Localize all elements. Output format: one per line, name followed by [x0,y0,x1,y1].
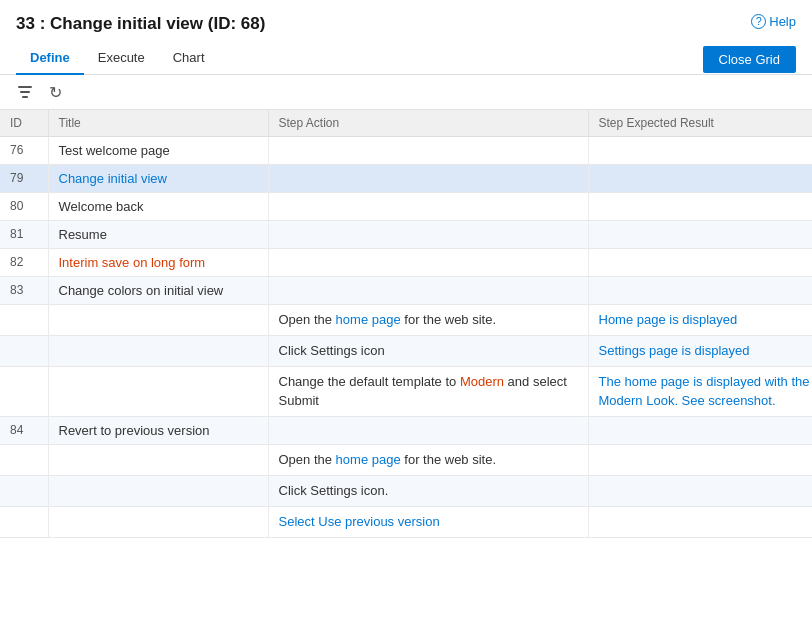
close-grid-button[interactable]: Close Grid [703,46,796,73]
cell-action: Click Settings icon [268,336,588,367]
cell-action [268,249,588,277]
cell-title[interactable]: Interim save on long form [48,249,268,277]
cell-id: 80 [0,193,48,221]
tab-chart[interactable]: Chart [159,44,219,75]
table-row: 82Interim save on long form [0,249,812,277]
tabs-row: Define Execute Chart Close Grid [0,38,812,75]
cell-expected [588,193,812,221]
cell-id: 76 [0,137,48,165]
cell-expected [588,137,812,165]
tab-execute[interactable]: Execute [84,44,159,75]
cell-expected [588,221,812,249]
table-row: Open the home page for the web site. [0,444,812,475]
table-row: 79Change initial view [0,165,812,193]
cell-action [268,193,588,221]
cell-id: 82 [0,249,48,277]
cell-title: Resume [48,221,268,249]
cell-action: Open the home page for the web site. [268,444,588,475]
cell-title [48,367,268,416]
cell-title [48,444,268,475]
svg-rect-2 [22,96,28,98]
table-row: 84Revert to previous version [0,416,812,444]
cell-action: Change the default template to Modern an… [268,367,588,416]
data-table: ID Title Step Action Step Expected Resul… [0,110,812,538]
cell-id [0,367,48,416]
cell-title: Test welcome page [48,137,268,165]
col-header-title: Title [48,110,268,137]
help-icon: ? [751,14,766,29]
col-header-id: ID [0,110,48,137]
cell-action [268,277,588,305]
cell-action: Click Settings icon. [268,475,588,506]
cell-id: 81 [0,221,48,249]
cell-title: Revert to previous version [48,416,268,444]
cell-title: Change colors on initial view [48,277,268,305]
refresh-icon[interactable]: ↻ [44,81,66,103]
cell-action [268,137,588,165]
cell-expected: Settings page is displayed [588,336,812,367]
filter-icon[interactable] [14,81,36,103]
cell-expected [588,249,812,277]
help-link[interactable]: ? Help [751,14,796,29]
table-row: Click Settings icon. [0,475,812,506]
col-header-expected: Step Expected Result [588,110,812,137]
cell-id [0,444,48,475]
cell-expected [588,277,812,305]
cell-id: 79 [0,165,48,193]
grid-container: ID Title Step Action Step Expected Resul… [0,110,812,538]
cell-action: Select Use previous version [268,507,588,538]
cell-id [0,336,48,367]
cell-expected [588,165,812,193]
cell-id: 83 [0,277,48,305]
cell-expected [588,416,812,444]
cell-expected [588,507,812,538]
tab-define[interactable]: Define [16,44,84,75]
table-row: 76Test welcome page [0,137,812,165]
table-row: 80Welcome back [0,193,812,221]
cell-id [0,305,48,336]
table-row: 81Resume [0,221,812,249]
cell-title [48,475,268,506]
cell-title [48,507,268,538]
page-header: 33 : Change initial view (ID: 68) ? Help [0,0,812,34]
cell-id [0,507,48,538]
table-row: Click Settings iconSettings page is disp… [0,336,812,367]
tabs: Define Execute Chart [16,44,219,74]
cell-action [268,221,588,249]
cell-action: Open the home page for the web site. [268,305,588,336]
table-row: Change the default template to Modern an… [0,367,812,416]
table-row: Select Use previous version [0,507,812,538]
cell-expected: Home page is displayed [588,305,812,336]
svg-rect-0 [18,86,32,88]
cell-action [268,165,588,193]
help-label: Help [769,14,796,29]
cell-expected [588,444,812,475]
col-header-action: Step Action [268,110,588,137]
table-row: 83Change colors on initial view [0,277,812,305]
cell-id [0,475,48,506]
cell-expected [588,475,812,506]
cell-title: Welcome back [48,193,268,221]
cell-action [268,416,588,444]
cell-title [48,305,268,336]
cell-expected: The home page is displayed with the Mode… [588,367,812,416]
svg-rect-1 [20,91,30,93]
table-row: Open the home page for the web site.Home… [0,305,812,336]
page-title: 33 : Change initial view (ID: 68) [16,14,265,34]
cell-title [48,336,268,367]
cell-title[interactable]: Change initial view [48,165,268,193]
cell-id: 84 [0,416,48,444]
toolbar: ↻ [0,75,812,110]
